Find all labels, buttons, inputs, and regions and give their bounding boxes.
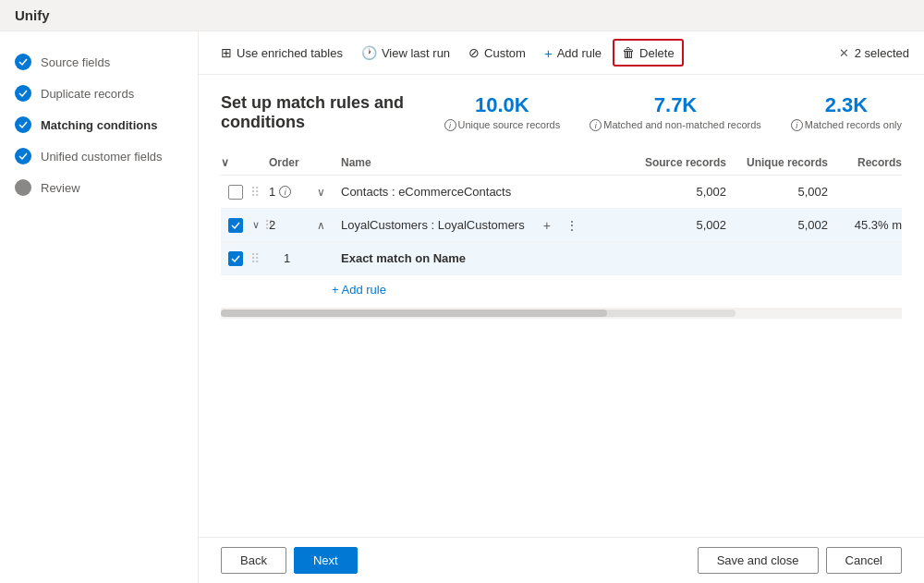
plus-icon: + — [544, 45, 553, 61]
row3-checkbox[interactable] — [228, 251, 243, 266]
header-name: Name — [341, 156, 625, 169]
row1-name: Contacts : eCommerceContacts — [341, 185, 625, 199]
row2-name-text: LoyalCustomers : LoyalCustomers — [341, 218, 525, 232]
use-enriched-label: Use enriched tables — [237, 46, 343, 60]
stat-matched-label: i Matched and non-matched records — [590, 119, 761, 131]
content-area: ⊞ Use enriched tables 🕐 View last run ⊘ … — [199, 31, 924, 583]
page-title: Set up match rules and conditions — [221, 93, 444, 132]
page-content: Set up match rules and conditions 10.0K … — [199, 75, 924, 537]
scrollbar-track — [221, 310, 736, 317]
horizontal-scrollbar[interactable] — [221, 308, 902, 319]
stat-matched-only-value: 2.3K — [791, 93, 902, 117]
row1-checkbox[interactable] — [228, 185, 243, 200]
clock-icon: 🕐 — [361, 45, 377, 60]
sidebar: Source fields Duplicate records Matching… — [0, 31, 199, 583]
sidebar-item-source-fields[interactable]: Source fields — [0, 46, 198, 78]
row2-name: LoyalCustomers : LoyalCustomers + ⋮ — [341, 216, 625, 235]
row2-unique-records: 5,002 — [726, 218, 828, 232]
header-check: ∨ — [221, 156, 250, 169]
row1-source-records: 5,002 — [625, 185, 726, 199]
stat-matched-only-label: i Matched records only — [791, 119, 902, 131]
row2-chevron-cell: ∧ — [315, 217, 341, 234]
use-enriched-tables-button[interactable]: ⊞ Use enriched tables — [213, 41, 350, 65]
row2-add-button[interactable]: + — [540, 216, 554, 235]
add-rule-toolbar-button[interactable]: + Add rule — [537, 41, 609, 66]
header-order: Order — [269, 156, 315, 169]
row1-order-value: 1 — [269, 185, 275, 199]
custom-button[interactable]: ⊘ Custom — [461, 41, 533, 65]
header-records: Records — [828, 156, 902, 169]
save-close-button[interactable]: Save and close — [698, 547, 819, 574]
view-last-run-label: View last run — [382, 46, 450, 60]
delete-icon: 🗑 — [622, 45, 635, 60]
row2-move-up-button[interactable]: ∨ — [250, 217, 261, 233]
sidebar-item-duplicate-records[interactable]: Duplicate records — [0, 78, 198, 109]
add-rule-row: + Add rule — [221, 275, 902, 304]
row1-chevron-cell: ∨ — [315, 184, 341, 200]
table-row[interactable]: ∨ ⠿ 2 ∧ LoyalCustomers : LoyalCustomers … — [221, 209, 902, 242]
sidebar-check-duplicate-records — [15, 85, 31, 102]
table-row[interactable]: ⠿ 1 Exact match on Name — [221, 242, 902, 275]
sidebar-item-matching-conditions[interactable]: Matching conditions — [0, 109, 198, 140]
row2-expand-button[interactable]: ∧ — [315, 217, 327, 234]
header-source-records: Source records — [625, 156, 726, 169]
chevron-down-icon[interactable]: ∨ — [221, 156, 229, 169]
row1-name-text: Contacts : eCommerceContacts — [341, 185, 511, 199]
cancel-button[interactable]: Cancel — [826, 547, 902, 574]
row2-order: 2 — [269, 218, 315, 232]
table-row[interactable]: ⠿ 1 i ∨ Contacts : eCommerceContacts 5,0… — [221, 176, 902, 209]
info-icon-matched-only: i — [791, 119, 803, 131]
sidebar-check-matching-conditions — [15, 116, 31, 133]
row1-order: 1 i — [269, 185, 315, 199]
row1-expand-button[interactable]: ∨ — [315, 184, 327, 200]
custom-icon: ⊘ — [468, 45, 480, 60]
sidebar-item-unified-customer[interactable]: Unified customer fields — [0, 140, 198, 172]
footer-right: Save and close Cancel — [698, 547, 902, 574]
stat-unique-source-value: 10.0K — [444, 93, 561, 117]
row2-source-records: 5,002 — [625, 218, 726, 232]
drag-icon: ⠿ — [250, 251, 260, 266]
drag-icon: ⠿ — [250, 185, 260, 200]
row3-order: 1 — [269, 251, 315, 265]
row2-checkbox[interactable] — [228, 218, 243, 233]
row2-more-button[interactable]: ⋮ — [562, 216, 582, 235]
table-icon: ⊞ — [221, 45, 232, 60]
row3-name: Exact match on Name — [341, 251, 625, 265]
row1-check-cell — [221, 185, 250, 200]
match-rules-table: ∨ Order Name Source records Unique recor… — [221, 151, 902, 319]
info-icon-unique: i — [444, 119, 456, 131]
row2-drag-cell: ∨ ⠿ — [250, 217, 269, 233]
scrollbar-thumb[interactable] — [221, 310, 607, 317]
delete-label: Delete — [639, 46, 675, 60]
sidebar-item-review[interactable]: Review — [0, 172, 198, 203]
row3-drag-cell: ⠿ — [250, 251, 269, 266]
sidebar-label-matching-conditions: Matching conditions — [41, 118, 157, 132]
sidebar-label-unified-customer: Unified customer fields — [41, 150, 163, 164]
x-icon[interactable]: ✕ — [839, 46, 849, 60]
stat-matched-value: 7.7K — [590, 93, 761, 117]
next-button[interactable]: Next — [294, 547, 358, 574]
stats-header: Set up match rules and conditions 10.0K … — [221, 93, 902, 132]
add-rule-button[interactable]: + Add rule — [332, 283, 386, 297]
row2-records: 45.3% m — [828, 218, 902, 232]
stat-matched-only: 2.3K i Matched records only — [791, 93, 902, 131]
add-rule-label: + Add rule — [332, 283, 386, 297]
view-last-run-button[interactable]: 🕐 View last run — [354, 41, 457, 65]
add-rule-label: Add rule — [557, 46, 602, 60]
stat-unique-source: 10.0K i Unique source records — [444, 93, 561, 131]
stat-matched: 7.7K i Matched and non-matched records — [590, 93, 761, 131]
row3-check-cell — [221, 251, 250, 266]
row3-order-value: 1 — [284, 251, 290, 265]
custom-label: Custom — [484, 46, 526, 60]
footer: Back Next Save and close Cancel — [199, 537, 924, 583]
sidebar-check-source-fields — [15, 54, 31, 70]
stats-container: 10.0K i Unique source records 7.7K i Mat… — [444, 93, 902, 131]
delete-button[interactable]: 🗑 Delete — [613, 39, 684, 67]
back-button[interactable]: Back — [221, 547, 286, 574]
sidebar-label-review: Review — [41, 181, 80, 195]
row1-unique-records: 5,002 — [726, 185, 828, 199]
selected-badge: ✕ 2 selected — [839, 46, 909, 60]
sidebar-label-duplicate-records: Duplicate records — [41, 87, 134, 101]
sidebar-check-unified-customer — [15, 148, 31, 164]
row3-name-text: Exact match on Name — [341, 251, 466, 265]
